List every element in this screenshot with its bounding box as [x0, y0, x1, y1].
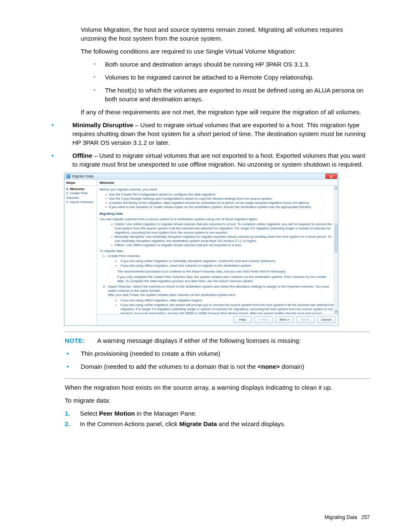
body-text: After you click Finish, the system creat… [108, 293, 334, 297]
page-footer: Migrating Data 257 [325, 514, 370, 520]
procedure-list: 1. Select Peer Motion in the Manager Pan… [65, 409, 370, 429]
steps-heading: Steps [66, 181, 95, 186]
footer-label: Migrating Data [325, 514, 357, 520]
conditions-list: Both source and destination arrays shoul… [93, 60, 370, 103]
list-item: Use the Create PM Configuration wizard t… [105, 193, 334, 197]
note-line: NOTE: A warning message displays if eith… [65, 336, 370, 345]
window-title: Migrate Data [72, 174, 94, 178]
body-para: When the migration host exists on the so… [65, 383, 370, 392]
sub-list: If you are using offline migration, data… [115, 298, 334, 314]
scroll-thumb[interactable] [335, 224, 338, 253]
scrollbar[interactable]: ▴ ▾ [334, 186, 338, 314]
cancel-button[interactable]: Cancel [317, 316, 335, 323]
list-item: Online: Use online migration to migrate … [111, 222, 334, 235]
list-item: If you are using offline migration, sele… [115, 264, 334, 268]
note-text: A warning message displays if either of … [97, 337, 301, 344]
prev-button[interactable]: < Prev [254, 316, 273, 323]
list-item: Use the Copy Storage Settings and Config… [105, 197, 334, 201]
button-bar: Help < Prev Next > Finish Cancel [97, 314, 338, 325]
app-icon [66, 174, 70, 178]
migration-types-list: Minimally Disruptive – Used to migrate v… [49, 121, 370, 169]
list-item: If you are using offline migration, data… [115, 298, 334, 303]
list-item: Minimally disruptive: Use minimally disr… [111, 235, 334, 243]
list-item: 2.Import Volumes. Select the volumes to … [103, 285, 334, 314]
list-item: Consider the timing of the migration: da… [105, 201, 334, 205]
finish-button[interactable]: Finish [296, 316, 315, 323]
steps-pane: Steps 1. Welcome 2. Create Peer Volumes … [64, 180, 97, 325]
sub-list: If you are using online migration or min… [115, 259, 334, 268]
body-text: You can migrate volumes from a source sy… [100, 217, 334, 221]
window-titlebar[interactable]: Migrate Data x [64, 173, 338, 180]
note-box: NOTE: A warning message displays if eith… [65, 332, 370, 379]
section-heading: Migrating Data [100, 212, 334, 216]
body-para: To migrate data: [65, 396, 370, 405]
list-item: If you are using online migration or min… [115, 259, 334, 263]
list-item: Both source and destination arrays shoul… [93, 60, 370, 69]
list-item: 2. In the Common Actions panel, click Mi… [65, 419, 370, 429]
note-label: NOTE: [65, 336, 96, 345]
list-item: Thin provisioning (needed to create a th… [64, 349, 370, 358]
help-button[interactable]: Help [233, 316, 252, 323]
steps-ol: 1.Create Peer Volumes. If you are using … [103, 254, 334, 314]
continuation-block: Volume Migration, the host and source sy… [81, 25, 370, 116]
body-para: If any of these requirements are not met… [81, 108, 370, 116]
scroll-up-icon[interactable]: ▴ [334, 186, 338, 190]
note-list: Thin provisioning (needed to create a th… [64, 349, 370, 371]
body-text: To migrate data: [100, 249, 334, 253]
body-para: The following conditions are required to… [81, 47, 370, 56]
list-item: Offline – Used to migrate virtual volume… [49, 151, 370, 169]
list-item: The host(s) to which the volumes are exp… [93, 86, 370, 103]
scroll-down-icon[interactable]: ▾ [334, 310, 338, 314]
scroll-area: Before you migrate volumes, you must: Us… [97, 186, 338, 314]
list-item: 1.Create Peer Volumes. If you are using … [103, 254, 334, 283]
body-text: The recommended procedure is to continue… [117, 270, 334, 274]
migrate-data-window: Migrate Data x Steps 1. Welcome 2. Creat… [64, 173, 338, 326]
wizard-step[interactable]: 1. Welcome [66, 187, 95, 191]
list-item: Domain (needed to add the volumes to a d… [64, 362, 370, 371]
term: Offline [72, 152, 92, 159]
term: Minimally Disruptive [72, 121, 133, 129]
list-item: 1. Select Peer Motion in the Manager Pan… [65, 409, 370, 419]
body-para: Volume Migration, the host and source sy… [81, 25, 370, 43]
list-item: Offline: Use offline migration to migrat… [111, 243, 334, 247]
list-item: If you are using online migration, the w… [115, 303, 334, 314]
list-item: Minimally Disruptive – Used to migrate v… [49, 121, 370, 147]
types-list: Online: Use online migration to migrate … [111, 222, 334, 247]
next-button[interactable]: Next > [275, 316, 294, 323]
close-button[interactable]: x [325, 174, 337, 179]
intro-text: Before you migrate volumes, you must: [100, 188, 334, 192]
wizard-step[interactable]: 2. Create Peer Volumes [66, 191, 95, 200]
page-number: 257 [361, 514, 370, 520]
definition: – Used to migrate virtual volumes that a… [72, 152, 365, 168]
prereq-list: Use the Create PM Configuration wizard t… [105, 193, 334, 209]
list-item: Volumes to be migrated cannot be attache… [93, 73, 370, 82]
wizard-step[interactable]: 3. Import Volumes [66, 200, 95, 204]
list-item: If you want to use domains or create vir… [105, 205, 334, 209]
body-text: If you only complete the Create Peer Vol… [117, 275, 334, 283]
content-heading: Welcome [97, 180, 338, 186]
content-pane: Welcome Before you migrate volumes, you … [97, 180, 338, 325]
